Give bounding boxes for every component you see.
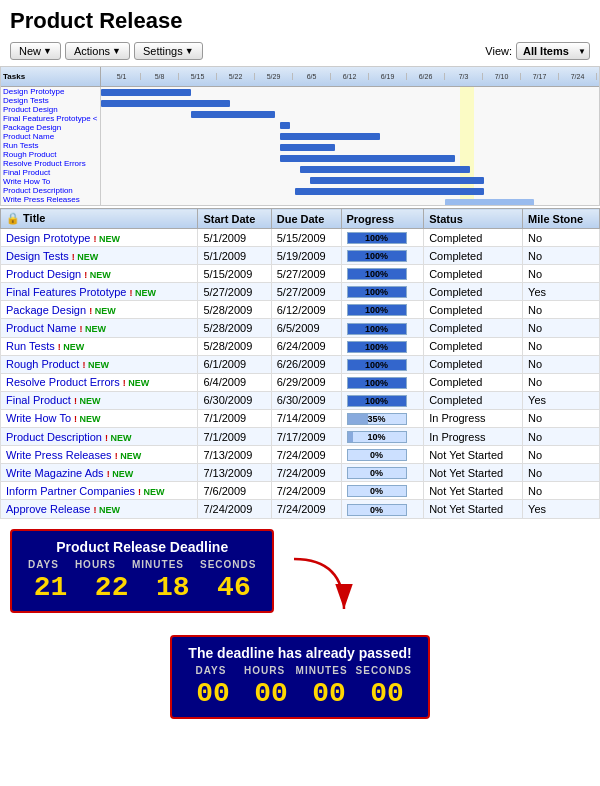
cell-progress-6: 100% — [341, 337, 424, 355]
cell-title-7[interactable]: Rough Product ! NEW — [1, 355, 198, 373]
gantt-header: Tasks 5/1 5/8 5/15 5/22 5/29 6/5 6/12 6/… — [1, 67, 599, 87]
gantt-bar-row-8 — [101, 165, 599, 175]
main-table: 🔒 Title Start Date Due Date Progress Sta… — [0, 208, 600, 519]
countdown-seconds: 46 — [211, 572, 256, 603]
view-select[interactable]: All Items — [516, 42, 590, 60]
cell-title-4[interactable]: Package Design ! NEW — [1, 301, 198, 319]
cell-start-14: 7/6/2009 — [198, 482, 271, 500]
table-row: Design Prototype ! NEW5/1/20095/15/20091… — [1, 229, 600, 247]
cell-milestone-6: No — [523, 337, 600, 355]
cell-milestone-5: No — [523, 319, 600, 337]
cell-status-3: Completed — [424, 283, 523, 301]
cell-title-12[interactable]: Write Press Releases ! NEW — [1, 446, 198, 464]
cell-progress-13: 0% — [341, 464, 424, 482]
cell-status-11: In Progress — [424, 428, 523, 446]
gantt-label-4: Final Features Prototype < NEX — [1, 115, 100, 123]
cell-title-14[interactable]: Inform Partner Companies ! NEW — [1, 482, 198, 500]
dp-days: 00 — [188, 678, 238, 709]
lock-icon: 🔒 — [6, 212, 20, 224]
cell-title-5[interactable]: Product Name ! NEW — [1, 319, 198, 337]
dp-minutes-label: MINUTES — [296, 665, 348, 676]
cell-progress-10: 35% — [341, 409, 424, 427]
cell-due-0: 5/15/2009 — [271, 229, 341, 247]
cell-progress-9: 100% — [341, 391, 424, 409]
col-title: 🔒 Title — [1, 209, 198, 229]
cell-start-3: 5/27/2009 — [198, 283, 271, 301]
cell-start-4: 5/28/2009 — [198, 301, 271, 319]
dp-hours-label: HOURS — [242, 665, 288, 676]
cell-title-1[interactable]: Design Tests ! NEW — [1, 247, 198, 265]
gantt-label-9: Resolve Product Errors — [1, 160, 100, 168]
gantt-date-12: 7/17 — [521, 73, 559, 80]
cell-title-15[interactable]: Approve Release ! NEW — [1, 500, 198, 518]
actions-arrow-icon: ▼ — [112, 46, 121, 56]
cell-title-8[interactable]: Resolve Product Errors ! NEW — [1, 373, 198, 391]
cell-due-7: 6/26/2009 — [271, 355, 341, 373]
cell-due-9: 6/30/2009 — [271, 391, 341, 409]
cell-status-13: Not Yet Started — [424, 464, 523, 482]
gantt-date-9: 6/26 — [407, 73, 445, 80]
cell-progress-3: 100% — [341, 283, 424, 301]
cell-title-13[interactable]: Write Magazine Ads ! NEW — [1, 464, 198, 482]
cell-title-6[interactable]: Run Tests ! NEW — [1, 337, 198, 355]
cell-milestone-12: No — [523, 446, 600, 464]
gantt-bar-row-7 — [101, 154, 599, 164]
cell-start-0: 5/1/2009 — [198, 229, 271, 247]
new-button[interactable]: New ▼ — [10, 42, 61, 60]
cell-due-8: 6/29/2009 — [271, 373, 341, 391]
cell-progress-1: 100% — [341, 247, 424, 265]
cell-milestone-8: No — [523, 373, 600, 391]
cell-start-6: 5/28/2009 — [198, 337, 271, 355]
cell-due-13: 7/24/2009 — [271, 464, 341, 482]
gantt-label-13: Write Press Releases — [1, 196, 100, 204]
cell-progress-2: 100% — [341, 265, 424, 283]
settings-arrow-icon: ▼ — [185, 46, 194, 56]
gantt-date-7: 6/12 — [331, 73, 369, 80]
gantt-bar-row-3 — [101, 110, 599, 120]
view-select-wrap: All Items — [516, 42, 590, 60]
table-row: Inform Partner Companies ! NEW7/6/20097/… — [1, 482, 600, 500]
cell-status-8: Completed — [424, 373, 523, 391]
cell-start-1: 5/1/2009 — [198, 247, 271, 265]
cell-due-10: 7/14/2009 — [271, 409, 341, 427]
gantt-date-11: 7/10 — [483, 73, 521, 80]
cell-milestone-14: No — [523, 482, 600, 500]
countdown-labels: DAYS HOURS MINUTES SECONDS — [28, 559, 256, 570]
cell-title-10[interactable]: Write How To ! NEW — [1, 409, 198, 427]
cell-milestone-9: Yes — [523, 391, 600, 409]
table-header-row: 🔒 Title Start Date Due Date Progress Sta… — [1, 209, 600, 229]
dp-days-label: DAYS — [188, 665, 234, 676]
table-row: Run Tests ! NEW5/28/20096/24/2009100%Com… — [1, 337, 600, 355]
new-button-label: New — [19, 45, 41, 57]
col-due: Due Date — [271, 209, 341, 229]
cell-progress-7: 100% — [341, 355, 424, 373]
cell-status-7: Completed — [424, 355, 523, 373]
table-row: Design Tests ! NEW5/1/20095/19/2009100%C… — [1, 247, 600, 265]
countdown-minutes: 18 — [150, 572, 195, 603]
cell-milestone-10: No — [523, 409, 600, 427]
cell-status-10: In Progress — [424, 409, 523, 427]
settings-button[interactable]: Settings ▼ — [134, 42, 203, 60]
cell-title-9[interactable]: Final Product ! NEW — [1, 391, 198, 409]
cell-title-3[interactable]: Final Features Prototype ! NEW — [1, 283, 198, 301]
cell-progress-4: 100% — [341, 301, 424, 319]
dp-seconds: 00 — [362, 678, 412, 709]
cell-title-2[interactable]: Product Design ! NEW — [1, 265, 198, 283]
gantt-label-2: Design Tests — [1, 97, 100, 105]
cell-due-2: 5/27/2009 — [271, 265, 341, 283]
cell-status-14: Not Yet Started — [424, 482, 523, 500]
table-row: Write Magazine Ads ! NEW7/13/20097/24/20… — [1, 464, 600, 482]
gantt-bar-row-5 — [101, 132, 599, 142]
table-row: Final Product ! NEW6/30/20096/30/2009100… — [1, 391, 600, 409]
cell-title-0[interactable]: Design Prototype ! NEW — [1, 229, 198, 247]
cell-progress-8: 100% — [341, 373, 424, 391]
countdown-values: 21 22 18 46 — [28, 572, 256, 603]
cell-progress-12: 0% — [341, 446, 424, 464]
cell-status-4: Completed — [424, 301, 523, 319]
cell-title-11[interactable]: Product Description ! NEW — [1, 428, 198, 446]
cell-status-0: Completed — [424, 229, 523, 247]
cell-milestone-13: No — [523, 464, 600, 482]
gantt-date-13: 7/24 — [559, 73, 597, 80]
actions-button[interactable]: Actions ▼ — [65, 42, 130, 60]
cell-start-13: 7/13/2009 — [198, 464, 271, 482]
